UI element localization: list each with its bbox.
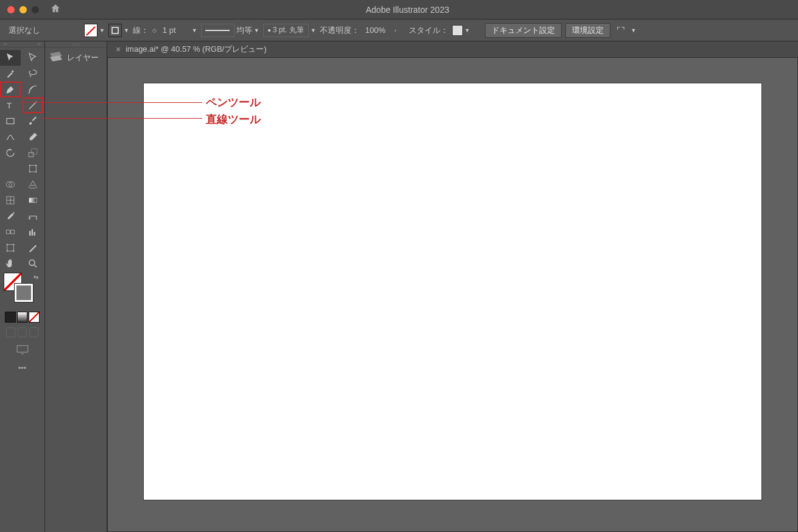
lasso-tool[interactable] bbox=[23, 66, 43, 82]
close-tab-icon[interactable]: × bbox=[116, 44, 121, 54]
paintbrush-tool[interactable] bbox=[23, 113, 43, 129]
stroke-profile-dropdown[interactable]: 均等▼ bbox=[201, 24, 260, 37]
eyedropper-tool[interactable] bbox=[0, 208, 21, 224]
screen-mode-icon[interactable] bbox=[0, 341, 44, 360]
magic-wand-tool[interactable] bbox=[0, 66, 21, 82]
style-label: スタイル： bbox=[409, 25, 448, 36]
swap-fill-stroke-icon[interactable]: ⇆ bbox=[34, 274, 38, 281]
selection-tool[interactable] bbox=[0, 50, 21, 66]
slice-tool[interactable] bbox=[23, 240, 43, 256]
window-minimize-button[interactable] bbox=[19, 6, 27, 13]
style-dropdown[interactable]: ▼ bbox=[452, 25, 470, 36]
free-transform-tool[interactable] bbox=[23, 161, 43, 177]
canvas-area: × image.ai* @ 40.57 % (RGB/プレビュー) bbox=[107, 41, 798, 532]
window-close-button[interactable] bbox=[7, 6, 15, 13]
draw-normal-icon[interactable] bbox=[6, 327, 15, 337]
zoom-tool[interactable] bbox=[23, 256, 43, 271]
opacity-label: 不透明度： bbox=[320, 25, 359, 36]
svg-rect-4 bbox=[31, 149, 37, 154]
document-setup-button[interactable]: ドキュメント設定 bbox=[485, 23, 562, 38]
panels-dock: :::::: レイヤー bbox=[45, 41, 107, 532]
svg-point-17 bbox=[29, 260, 35, 265]
mesh-tool[interactable] bbox=[0, 192, 21, 208]
layers-panel-tab[interactable]: レイヤー bbox=[45, 47, 107, 68]
artboard[interactable] bbox=[144, 83, 761, 500]
eraser-tool[interactable] bbox=[23, 129, 43, 145]
stroke-icon bbox=[108, 24, 122, 37]
preferences-button[interactable]: 環境設定 bbox=[565, 23, 610, 38]
pen-tool[interactable] bbox=[0, 82, 21, 97]
fill-stroke-area[interactable]: ⇆ bbox=[0, 271, 44, 309]
brush-dropdown[interactable]: 3 pt. 丸筆▼ bbox=[263, 24, 316, 37]
svg-point-7 bbox=[35, 165, 37, 166]
home-icon[interactable] bbox=[50, 3, 61, 16]
window-zoom-button[interactable] bbox=[32, 6, 39, 13]
hand-tool[interactable] bbox=[0, 256, 21, 271]
layers-icon bbox=[51, 52, 62, 63]
document-tab-title: image.ai* @ 40.57 % (RGB/プレビュー) bbox=[125, 44, 266, 55]
svg-text:T: T bbox=[7, 101, 12, 110]
stroke-width-input[interactable] bbox=[160, 24, 188, 37]
color-mode-gradient[interactable] bbox=[17, 312, 28, 323]
stroke-swatch-dropdown[interactable]: ▼ bbox=[108, 24, 129, 37]
style-swatch-icon bbox=[452, 25, 463, 36]
perspective-grid-tool[interactable] bbox=[23, 177, 43, 192]
edit-toolbar-icon[interactable]: ••• bbox=[0, 360, 44, 376]
color-mode-none[interactable] bbox=[29, 312, 40, 323]
type-tool[interactable]: T bbox=[0, 97, 21, 113]
curvature-tool[interactable] bbox=[23, 82, 43, 97]
svg-rect-13 bbox=[29, 198, 37, 203]
svg-point-6 bbox=[29, 165, 30, 166]
document-tab-bar: × image.ai* @ 40.57 % (RGB/プレビュー) bbox=[107, 41, 798, 57]
blend-tool[interactable] bbox=[0, 224, 21, 240]
direct-selection-tool[interactable] bbox=[23, 50, 43, 66]
color-mode-solid[interactable] bbox=[5, 312, 16, 323]
svg-rect-3 bbox=[29, 152, 34, 157]
gradient-tool[interactable] bbox=[23, 192, 43, 208]
svg-rect-5 bbox=[29, 166, 36, 172]
draw-behind-icon[interactable] bbox=[18, 327, 27, 337]
none-fill-icon bbox=[84, 24, 97, 37]
window-titlebar: Adobe Illustrator 2023 bbox=[0, 0, 798, 19]
scale-tool[interactable] bbox=[23, 145, 43, 161]
measure-tool[interactable] bbox=[23, 208, 43, 224]
width-tool[interactable] bbox=[0, 161, 21, 177]
stroke-width-caret-icon[interactable]: ▼ bbox=[192, 27, 197, 33]
column-graph-tool[interactable] bbox=[23, 224, 43, 240]
line-segment-tool[interactable] bbox=[23, 97, 43, 113]
svg-rect-16 bbox=[7, 245, 14, 251]
app-title: Adobe Illustrator 2023 bbox=[61, 5, 754, 15]
document-tab[interactable]: × image.ai* @ 40.57 % (RGB/プレビュー) bbox=[107, 41, 275, 57]
artboard-tool[interactable] bbox=[0, 240, 21, 256]
svg-rect-14 bbox=[6, 230, 10, 234]
layers-label: レイヤー bbox=[67, 52, 99, 63]
draw-mode-row bbox=[0, 324, 44, 341]
svg-point-9 bbox=[35, 171, 37, 172]
shaper-tool[interactable] bbox=[0, 129, 21, 145]
opacity-caret-icon[interactable]: › bbox=[395, 27, 397, 33]
toolbar-panel: ‹‹›› T ⇆ bbox=[0, 41, 45, 532]
svg-rect-18 bbox=[17, 346, 28, 352]
svg-rect-2 bbox=[7, 119, 14, 124]
opacity-input[interactable] bbox=[363, 24, 391, 37]
rotate-tool[interactable] bbox=[0, 145, 21, 161]
stroke-swatch[interactable] bbox=[15, 284, 33, 302]
stroke-label: 線： bbox=[133, 25, 149, 36]
draw-inside-icon[interactable] bbox=[29, 327, 38, 337]
svg-point-8 bbox=[29, 171, 30, 172]
selection-status: 選択なし bbox=[9, 25, 40, 36]
canvas-viewport[interactable] bbox=[107, 57, 798, 532]
svg-rect-15 bbox=[11, 230, 15, 234]
controlbar-caret-icon[interactable]: ▼ bbox=[631, 27, 637, 33]
svg-line-1 bbox=[29, 102, 37, 109]
rectangle-tool[interactable] bbox=[0, 113, 21, 129]
stroke-stepper-icon[interactable]: ◇ bbox=[152, 27, 157, 33]
fill-swatch-dropdown[interactable]: ▼ bbox=[84, 24, 105, 37]
control-bar: 選択なし ▼ ▼ 線： ◇ ▼ 均等▼ 3 pt. 丸筆▼ 不透明度： › スタ… bbox=[0, 19, 798, 41]
isolate-panel-icon[interactable] bbox=[614, 24, 627, 37]
traffic-lights bbox=[7, 6, 39, 13]
shape-builder-tool[interactable] bbox=[0, 177, 21, 192]
